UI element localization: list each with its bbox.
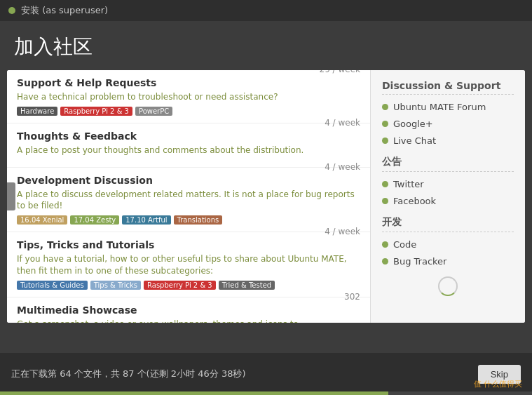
window-title: 安装 (as superuser) bbox=[21, 4, 108, 17]
forum-count: 29 / week bbox=[320, 70, 360, 74]
tag: Raspberry Pi 2 & 3 bbox=[60, 107, 132, 116]
code-link[interactable]: Code bbox=[382, 239, 514, 250]
page-title-area: 加入社区 bbox=[0, 21, 532, 70]
link-dot bbox=[382, 181, 388, 187]
progress-bar-fill bbox=[0, 391, 388, 395]
link-dot bbox=[382, 121, 388, 127]
forum-panel: 29 / week Support & Help Requests Have a… bbox=[7, 70, 371, 323]
forum-item-title: Support & Help Requests bbox=[17, 77, 360, 88]
link-dot bbox=[382, 258, 388, 265]
dev-title: 开发 bbox=[382, 216, 514, 232]
download-status: 正在下载第 64 个文件，共 87 个(还剩 2小时 46分 38秒) bbox=[11, 368, 478, 380]
forum-item: 4 / week Tips, Tricks and Tutorials If y… bbox=[7, 232, 370, 297]
right-panel: Discussion & Support Ubuntu MATE Forum G… bbox=[371, 70, 525, 323]
link-label: Facebook bbox=[393, 196, 436, 206]
link-dot bbox=[382, 138, 388, 144]
ubuntu-mate-forum-link[interactable]: Ubuntu MATE Forum bbox=[382, 102, 514, 112]
forum-count: 4 / week bbox=[325, 227, 360, 236]
bottom-bar: 正在下载第 64 个文件，共 87 个(还剩 2小时 46分 38秒) Skip bbox=[0, 353, 532, 395]
forum-item-desc: Got a screenshot, a video or even wallpa… bbox=[17, 319, 360, 323]
tag: Tips & Tricks bbox=[90, 281, 141, 290]
forum-item-title: Multimedia Showcase bbox=[17, 304, 360, 316]
forum-item-title: Tips, Tricks and Tutorials bbox=[17, 239, 360, 250]
link-label: Twitter bbox=[393, 179, 424, 189]
window-dot bbox=[8, 7, 15, 14]
link-dot bbox=[382, 198, 388, 204]
link-label: Google+ bbox=[393, 119, 433, 129]
link-label: Code bbox=[393, 239, 416, 250]
main-content: ‹ 29 / week Support & Help Requests Have… bbox=[7, 70, 525, 323]
twitter-link[interactable]: Twitter bbox=[382, 179, 514, 189]
nav-arrow-left[interactable]: ‹ bbox=[7, 182, 15, 210]
forum-count: 4 / week bbox=[325, 162, 360, 172]
forum-item-desc: A place to post your thoughts and commen… bbox=[17, 145, 360, 156]
forum-item: 29 / week Support & Help Requests Have a… bbox=[7, 70, 370, 123]
facebook-link[interactable]: Facebook bbox=[382, 196, 514, 206]
loading-spinner bbox=[438, 276, 458, 296]
link-dot bbox=[382, 241, 388, 248]
link-label: Live Chat bbox=[393, 135, 436, 146]
tag-row: Hardware Raspberry Pi 2 & 3 PowerPC bbox=[17, 107, 360, 116]
forum-item-desc: A place to discuss development related m… bbox=[17, 189, 360, 213]
tag: PowerPC bbox=[135, 107, 172, 116]
announce-section: 公告 Twitter Facebook bbox=[382, 156, 514, 206]
link-dot bbox=[382, 104, 388, 110]
dev-section: 开发 Code Bug Tracker bbox=[382, 216, 514, 267]
discussion-section: Discussion & Support Ubuntu MATE Forum G… bbox=[382, 80, 514, 146]
tag: Raspberry Pi 2 & 3 bbox=[144, 281, 216, 290]
progress-bar-container bbox=[0, 391, 532, 395]
top-bar: 安装 (as superuser) bbox=[0, 0, 532, 21]
link-label: Ubuntu MATE Forum bbox=[393, 102, 486, 112]
page-title: 加入社区 bbox=[14, 34, 518, 60]
discussion-title: Discussion & Support bbox=[382, 80, 514, 95]
forum-count: 302 bbox=[344, 292, 360, 302]
tag: Tutorials & Guides bbox=[17, 281, 88, 290]
tag: Tried & Tested bbox=[219, 281, 275, 290]
watermark: 值 什么值得买 bbox=[474, 379, 523, 389]
forum-count: 4 / week bbox=[325, 118, 360, 128]
tag: Hardware bbox=[17, 107, 57, 116]
forum-item: 4 / week Development Discussion A place … bbox=[7, 168, 370, 233]
tag-row: 16.04 Xenial 17.04 Zesty 17.10 Artful Tr… bbox=[17, 215, 360, 225]
forum-item-title: Development Discussion bbox=[17, 175, 360, 186]
tag: 16.04 Xenial bbox=[17, 215, 67, 225]
google-plus-link[interactable]: Google+ bbox=[382, 119, 514, 129]
tag: 17.04 Zesty bbox=[70, 215, 119, 225]
spinner-area bbox=[382, 276, 514, 296]
link-label: Bug Tracker bbox=[393, 256, 446, 267]
announce-title: 公告 bbox=[382, 156, 514, 172]
tag: Translations bbox=[174, 215, 223, 225]
live-chat-link[interactable]: Live Chat bbox=[382, 135, 514, 146]
forum-item-desc: Have a technical problem to troubleshoot… bbox=[17, 91, 360, 103]
forum-item-title: Thoughts & Feedback bbox=[17, 130, 360, 142]
tag: 17.10 Artful bbox=[122, 215, 170, 225]
forum-item: 302 Multimedia Showcase Got a screenshot… bbox=[7, 297, 370, 323]
bug-tracker-link[interactable]: Bug Tracker bbox=[382, 256, 514, 267]
tag-row: Tutorials & Guides Tips & Tricks Raspber… bbox=[17, 281, 360, 290]
forum-item-desc: If you have a tutorial, how to or other … bbox=[17, 253, 360, 277]
forum-item: 4 / week Thoughts & Feedback A place to … bbox=[7, 123, 370, 168]
